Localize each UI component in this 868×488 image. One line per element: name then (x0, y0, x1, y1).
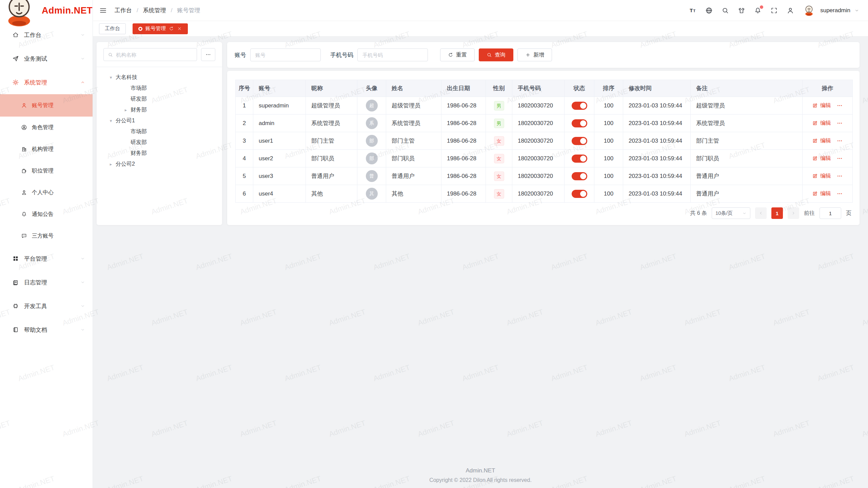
sidebar-subitem-2[interactable]: 机构管理 (0, 138, 93, 160)
tree-expander-icon[interactable]: ▸ (121, 107, 131, 113)
tab-close-icon[interactable] (177, 26, 182, 31)
tree-node-0[interactable]: ▾ 大名科技 (103, 72, 215, 83)
breadcrumb-item-1[interactable]: 系统管理 (143, 6, 166, 14)
page-size-select[interactable]: 10条/页 (712, 207, 750, 219)
cell-name: 超级管理员 (386, 97, 441, 115)
sidebar-item-3[interactable]: 平台管理 (0, 247, 93, 270)
sidebar-item-6[interactable]: 帮助文档 (0, 318, 93, 342)
add-button[interactable]: 新增 (517, 48, 552, 61)
row-more-button[interactable] (836, 155, 843, 162)
tree-node-3[interactable]: ▸ 财务部 (103, 104, 215, 115)
column-header-2[interactable]: 昵称 (306, 80, 357, 97)
profile-icon[interactable] (786, 6, 794, 15)
notification-icon[interactable] (754, 6, 762, 15)
tree-expander-icon[interactable]: ▾ (106, 118, 116, 123)
cell-remark: 普通用户 (691, 167, 803, 185)
grid-icon (12, 255, 19, 262)
tree-node-5[interactable]: 市场部 (103, 126, 215, 137)
search-icon[interactable] (721, 6, 729, 15)
username[interactable]: superadmin (820, 7, 850, 14)
status-toggle[interactable] (572, 172, 587, 180)
status-toggle[interactable] (572, 137, 587, 145)
tree-node-8[interactable]: ▸ 分公司2 (103, 159, 215, 169)
cell-order: 100 (594, 185, 623, 203)
chevron-down-icon (80, 327, 85, 332)
org-search-box[interactable] (103, 48, 197, 61)
sidebar-subitem-0[interactable]: 账号管理 (0, 94, 93, 117)
tree-node-6[interactable]: 研发部 (103, 137, 215, 148)
user-avatar[interactable] (803, 4, 815, 17)
column-header-9[interactable]: 排序 (594, 80, 623, 97)
tab-1[interactable]: 账号管理 (133, 23, 188, 34)
column-header-7[interactable]: 手机号码 (512, 80, 565, 97)
edit-button[interactable]: 编辑 (812, 137, 831, 144)
tab-0[interactable]: 工作台 (99, 23, 126, 34)
prev-page-button[interactable] (755, 207, 767, 219)
org-search-input[interactable] (116, 52, 193, 58)
breadcrumb-item-2[interactable]: 账号管理 (177, 6, 200, 14)
goto-page-input[interactable] (820, 207, 841, 219)
column-header-11[interactable]: 备注 (691, 80, 803, 97)
tree-node-label: 财务部 (131, 106, 147, 114)
hamburger-menu-icon[interactable] (99, 6, 107, 15)
reset-button[interactable]: 重置 (440, 48, 475, 61)
column-header-10[interactable]: 修改时间 (623, 80, 691, 97)
sidebar-item-1[interactable]: 业务测试 (0, 47, 93, 70)
edit-button[interactable]: 编辑 (812, 190, 831, 197)
status-toggle[interactable] (572, 119, 587, 127)
cell-birthdate: 1986-06-28 (441, 132, 486, 150)
tree-node-4[interactable]: ▾ 分公司1 (103, 115, 215, 126)
search-button[interactable]: 查询 (479, 48, 513, 61)
phone-filter-input[interactable] (357, 48, 428, 61)
row-more-button[interactable] (836, 138, 843, 144)
tree-expander-icon[interactable]: ▾ (106, 75, 116, 80)
column-header-8[interactable]: 状态 (565, 80, 594, 97)
tree-node-2[interactable]: 研发部 (103, 94, 215, 104)
sidebar-subitem-5[interactable]: 通知公告 (0, 203, 93, 225)
profile-icon (21, 189, 27, 196)
edit-button[interactable]: 编辑 (812, 155, 831, 162)
edit-button[interactable]: 编辑 (812, 120, 831, 127)
current-page[interactable]: 1 (771, 207, 783, 219)
column-header-6[interactable]: 性别 (486, 80, 512, 97)
status-toggle[interactable] (572, 102, 587, 110)
edit-button[interactable]: 编辑 (812, 172, 831, 180)
logo-mascot-icon (0, 0, 38, 30)
tree-node-1[interactable]: 市场部 (103, 83, 215, 94)
theme-icon[interactable] (737, 6, 746, 15)
sidebar-subitem-4[interactable]: 个人中心 (0, 182, 93, 203)
tree-node-7[interactable]: 财务部 (103, 148, 215, 159)
table-header-row: 序号账号昵称头像姓名出生日期性别手机号码状态排序修改时间备注操作 (236, 80, 853, 97)
status-toggle[interactable] (572, 155, 587, 163)
row-more-button[interactable] (836, 120, 843, 126)
tab-refresh-icon[interactable] (169, 26, 174, 31)
column-header-4[interactable]: 姓名 (386, 80, 441, 97)
status-toggle[interactable] (572, 190, 587, 198)
sidebar-item-4[interactable]: 日志管理 (0, 270, 93, 294)
edit-button[interactable]: 编辑 (812, 102, 831, 109)
tree-more-button[interactable] (201, 48, 215, 61)
row-more-button[interactable] (836, 102, 843, 109)
sidebar-item-2[interactable]: 系统管理 (0, 70, 93, 94)
column-header-5[interactable]: 出生日期 (441, 80, 486, 97)
next-page-button[interactable] (788, 207, 799, 219)
sidebar-subitem-6[interactable]: 三方账号 (0, 225, 93, 247)
tree-expander-icon[interactable]: ▸ (106, 162, 116, 167)
row-more-button[interactable] (836, 173, 843, 179)
column-header-12[interactable]: 操作 (803, 80, 853, 97)
font-size-icon[interactable]: TT (689, 6, 697, 15)
breadcrumb-item-0[interactable]: 工作台 (115, 6, 132, 14)
column-header-1[interactable]: 账号 (253, 80, 306, 97)
fullscreen-icon[interactable] (770, 6, 778, 15)
sidebar-subitem-3[interactable]: 职位管理 (0, 160, 93, 182)
sidebar-item-5[interactable]: 开发工具 (0, 294, 93, 318)
row-more-button[interactable] (836, 190, 843, 197)
account-filter-input[interactable] (250, 48, 321, 61)
column-header-0[interactable]: 序号 (236, 80, 253, 97)
chevron-down-icon[interactable] (854, 8, 859, 13)
sidebar-subitem-1[interactable]: 角色管理 (0, 117, 93, 138)
language-icon[interactable] (705, 6, 713, 15)
breadcrumb-separator: / (171, 7, 173, 14)
logo[interactable]: Admin.NET (0, 0, 93, 21)
column-header-3[interactable]: 头像 (357, 80, 386, 97)
